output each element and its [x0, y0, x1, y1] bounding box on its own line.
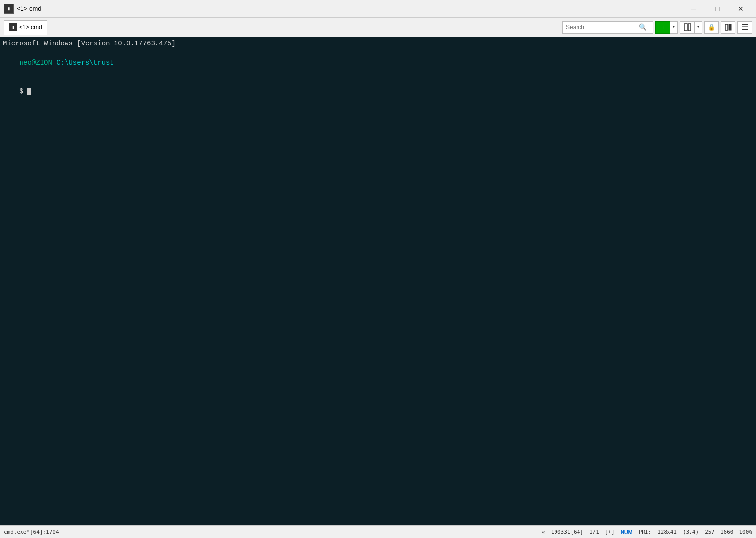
terminal-line-2: neo@ZION C:\Users\trust — [3, 49, 753, 78]
search-box: 🔍 — [562, 21, 653, 34]
search-button[interactable]: 🔍 — [636, 21, 649, 34]
window-icon: ▮ — [4, 4, 14, 14]
split-dropdown[interactable]: ▾ — [694, 21, 702, 34]
minimize-button[interactable]: ─ — [683, 0, 705, 18]
svg-rect-1 — [688, 24, 691, 31]
add-tab-button[interactable]: + — [655, 21, 670, 34]
tab-cmd-label: <1> cmd — [19, 24, 42, 31]
status-add: [+] — [605, 529, 615, 535]
window-title: <1> cmd — [17, 5, 42, 12]
status-voltage: 25V — [705, 529, 714, 535]
terminal-area[interactable]: Microsoft Windows [Version 10.0.17763.47… — [0, 37, 756, 525]
menu-button[interactable]: ☰ — [737, 21, 752, 34]
title-bar: ▮ <1> cmd ─ □ ✕ — [0, 0, 756, 18]
status-cols: 1660 — [720, 529, 734, 535]
status-num: NUM — [621, 529, 633, 535]
add-tab-dropdown[interactable]: ▾ — [670, 21, 678, 34]
split-button[interactable] — [680, 21, 694, 34]
status-dimensions: 128x41 — [657, 529, 677, 535]
search-input[interactable] — [563, 24, 636, 31]
pane-icon — [725, 24, 732, 31]
toolbar: ▮ <1> cmd 🔍 + ▾ ▾ 🔒 ☰ — [0, 18, 756, 37]
window-controls: ─ □ ✕ — [683, 0, 752, 18]
status-pri: PRI: — [639, 529, 652, 535]
pane-button[interactable] — [721, 21, 735, 34]
terminal-line-1: Microsoft Windows [Version 10.0.17763.47… — [3, 39, 753, 49]
status-zoom: 100% — [739, 529, 753, 535]
lock-icon: 🔒 — [708, 23, 715, 31]
split-button-group: ▾ — [680, 21, 702, 34]
lock-button[interactable]: 🔒 — [704, 21, 719, 34]
terminal-prompt: $ — [20, 87, 28, 95]
status-process: cmd.exe*[64]:1704 — [4, 529, 59, 535]
add-button-group: + ▾ — [655, 21, 678, 34]
terminal-cursor — [27, 88, 31, 95]
tab-cmd-icon: ▮ — [9, 23, 17, 31]
status-coords: (3,4) — [683, 529, 699, 535]
status-bar: cmd.exe*[64]:1704 « 190331[64] 1/1 [+] N… — [0, 525, 756, 538]
svg-rect-0 — [684, 24, 687, 31]
close-button[interactable]: ✕ — [730, 0, 752, 18]
tab-cmd[interactable]: ▮ <1> cmd — [4, 20, 47, 35]
terminal-prompt-line: $ — [3, 77, 753, 106]
split-icon — [684, 23, 691, 31]
status-separator: « — [542, 529, 545, 535]
status-fraction: 1/1 — [589, 529, 599, 535]
window-icon-label: ▮ — [7, 6, 10, 12]
terminal-path: C:\Users\trust — [52, 59, 114, 66]
maximize-button[interactable]: □ — [706, 0, 729, 18]
svg-rect-2 — [725, 24, 728, 30]
status-position: 190331[64] — [551, 529, 583, 535]
svg-rect-3 — [729, 24, 731, 30]
terminal-user: neo@ZION — [20, 59, 52, 66]
